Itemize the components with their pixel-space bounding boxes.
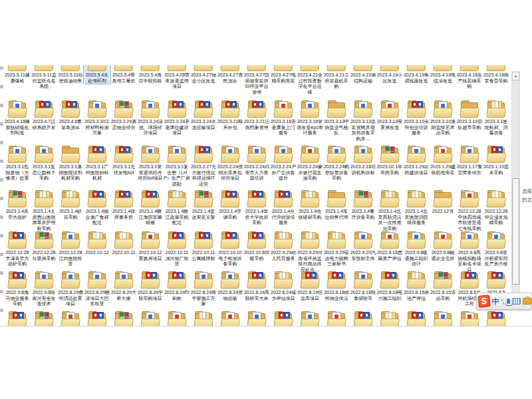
folder-item[interactable]: 2023.3.1广州医院妇科耗材 — [83, 144, 111, 182]
folder-item[interactable]: 2023.1.4分行营销宣传服务 — [269, 188, 297, 227]
microphone-icon[interactable] — [507, 299, 510, 304]
ime-language-bar[interactable]: S 中 ’, — [476, 293, 532, 310]
folder-item[interactable]: 2023.3.13温装管网及增加热设备采购及… — [349, 98, 377, 142]
folder-item[interactable]: 2023.3.21顺丰外包 — [216, 98, 244, 131]
scrollbar-thumb[interactable] — [512, 178, 519, 285]
folder-item[interactable]: 2023.3.30工程材料检测方案 — [83, 98, 111, 137]
folder-item[interactable]: 2022.12.28垃圾房采购 — [30, 229, 58, 262]
folder-item[interactable]: 2022.9.8陈家河安全改造技术 — [30, 269, 58, 308]
folder-item[interactable]: 2023.3.1复合肥（LHP）生产厂房踏勘 — [163, 144, 191, 188]
scrollbar-up-button[interactable]: ▲ — [512, 72, 519, 80]
folder-item[interactable]: 2023.1.4雷达安装支架 — [190, 188, 217, 221]
folder-item[interactable]: 2022.9.8黄河桥梁车间生产房大楼 — [482, 229, 510, 268]
folder-item[interactable]: 2022.10.12置换房项目 — [136, 229, 164, 262]
folder-item[interactable]: 2022.8.18徐州物业保洁 — [323, 269, 350, 302]
folder-item[interactable]: 2023.3.21法院档案管理 — [243, 98, 271, 131]
folder-item[interactable]: 2023.1.4真空共晶炉 — [3, 188, 31, 221]
folder-item[interactable]: 2023.3.10部队超市采购 — [456, 98, 483, 131]
keyboard-icon[interactable] — [512, 298, 521, 305]
folder-item[interactable]: 2023.3.24水泥运输项目 — [190, 98, 217, 131]
folder-item[interactable]: 2023.3.10洛阳监狱艺术品采购 — [429, 98, 457, 137]
folder-item[interactable]: 2022.8.19恒温库项目 — [296, 269, 324, 302]
vertical-scrollbar[interactable]: ▲ ▼ — [511, 71, 520, 303]
folder-item[interactable]: 2023.3.10永州创业培训服务 — [402, 98, 430, 137]
folder-item[interactable]: 2022.10.8供暖采购 — [243, 229, 271, 262]
folder-item[interactable]: 2023.4.7过磅系统开发 — [30, 98, 58, 131]
folder-item[interactable]: 2022.8.18校食材联采 — [349, 269, 377, 302]
toolbox-icon[interactable] — [523, 298, 531, 305]
folder-item[interactable]: 2023.3.13安置房改造 — [376, 98, 404, 131]
folder-item[interactable]: 2022.9.29富达电力国网三家标书 — [323, 229, 350, 268]
chinese-mode-icon[interactable]: 中 — [492, 297, 499, 307]
folder-item[interactable]: 2022.10.10电子检测设备采购 — [216, 229, 244, 268]
folder-item[interactable]: 2022.10.11漯河烟厂租赁 — [163, 229, 191, 268]
folder-item[interactable]: 2022.9.16西藏资产评估 — [376, 229, 404, 262]
folder-item[interactable]: 2023.02.1牛羊肉采购 — [376, 144, 404, 176]
folder-item[interactable]: 2022.9.8暖通施工组织设计 — [402, 229, 430, 268]
folder-item[interactable]: 2023.1.4北京高校清洁及一次性用品采购 — [376, 188, 404, 232]
folder-item[interactable]: 2022.8.15冻品采购 — [429, 269, 457, 302]
folder-item[interactable]: 2023.1.4车位销售代理 — [323, 188, 350, 221]
folder-item[interactable]: 2022.8.26学校采购项目 — [136, 269, 164, 302]
folder-item[interactable]: 2022.9.8海马物业服务采购 — [3, 269, 31, 308]
folder-item[interactable]: 2023.1.29建筑机电安装 — [429, 144, 457, 176]
folder-item[interactable]: 2023.2.18培训机构设标 — [349, 144, 377, 176]
folder-item[interactable]: 2023.2.24武安市人力资源培训 — [243, 144, 271, 182]
folder-item[interactable]: 2023.1.4丽江蔬菜采购配送 — [163, 188, 191, 227]
folder-item[interactable]: 2022.12.28江坊医院租赁 — [57, 229, 84, 268]
folder-item[interactable]: 2023.1.4律师事务所 — [110, 188, 138, 221]
folder-item[interactable]: 2022.9.29河南省许昌监狱日用品供应站点… — [296, 229, 324, 273]
folder-item[interactable]: 2023.1.4地铁辅材采购 — [296, 188, 324, 221]
folder-item[interactable]: 2022.8.24货物运输 — [216, 269, 244, 302]
folder-item[interactable]: 2023.2.24蒙水银行花生油采购 — [296, 144, 324, 182]
folder-item[interactable]: 2023.4.6秦皇岛演出 — [57, 98, 84, 131]
folder-item[interactable]: 2023.1.29农田建设项目 — [402, 144, 430, 176]
folder-item[interactable]: 2023.1.4太原西山医院床单及护理鞋采购 — [30, 188, 58, 232]
folder-item[interactable]: 2023.2.24信阳水库承包经营项目 — [216, 144, 244, 182]
folder-item[interactable]: 2023.1.4烟台酒厂食材配送 — [83, 188, 111, 227]
folder-item[interactable]: 2023.1.4空调采购 — [216, 188, 244, 221]
folder-item[interactable]: 2023.1.4华侨大学政府采购 — [243, 188, 271, 227]
folder-item[interactable]: 2022.8.18电力施工组织 — [376, 269, 404, 302]
folder-item[interactable]: 2023.3.13中铁盐业气枪队 — [323, 98, 350, 137]
folder-item[interactable]: 2022.12.28抑尘浸发泡精采购 — [482, 188, 510, 227]
folder-item[interactable]: 2022.8.15房地产评估 — [402, 269, 430, 302]
folder-item[interactable]: 2022.8.29儋州清运处置项目 — [57, 269, 84, 308]
folder-item[interactable]: 2023.1.4餐厅设备采购 — [349, 188, 377, 221]
folder-item[interactable]: 2023.3.16管道改造epc审计服务 — [296, 98, 324, 137]
folder-item[interactable]: 2022.8.29丽泽项目大巴车租赁 — [83, 269, 111, 308]
folder-item[interactable]: 2022.9.29幼儿托育服务 — [269, 229, 297, 262]
folder-item[interactable]: 2022.10-11 — [110, 229, 138, 257]
folder-item[interactable]: 2022.8.24高校联采大米 — [243, 269, 271, 302]
folder-item[interactable]: 2022.10.11公寓楼牌标 — [190, 229, 217, 262]
sogou-logo-icon[interactable]: S — [477, 295, 490, 308]
folder-item[interactable]: 2023.3.24泳池、球场经营项目 — [136, 98, 164, 137]
folder-item[interactable]: 2023.1.4北京医院消防维保服务 — [402, 188, 430, 227]
folder-item[interactable]: 2022.12.28天津真空共晶炉采购 — [3, 229, 31, 268]
folder-item[interactable]: 2023.2.27光大银行信息科技运维IT运营 — [190, 144, 217, 188]
folder-item[interactable]: 2023.3.1危险废物（大修渣）处置 — [3, 144, 31, 182]
folder-item[interactable]: 2023.1.10苗木采购 — [482, 144, 510, 176]
folder-item[interactable]: 2022.10-12 — [83, 229, 111, 257]
folder-item[interactable]: 2023.2.24鹤壁除雪设备采购 — [323, 144, 350, 182]
folder-item[interactable]: 2023.3.16养老康复上门服务 — [269, 98, 297, 137]
folder-item[interactable]: 2022.8.29大桥大修 — [110, 269, 138, 302]
folder-item[interactable]: 2023.2.24户外广告设备提升 — [269, 144, 297, 182]
folder-item[interactable]: 2023.3.1医院耗材、消毒设备 — [482, 98, 510, 137]
folder-item[interactable]: 2023.4.18橡胶脱硝催化剂制造 — [3, 98, 31, 137]
folder-item[interactable]: 2022.8.24城乡评估项目 — [269, 269, 297, 302]
folder-item[interactable]: 2023.3.1管道通讯特许经营bot项目 — [136, 144, 164, 182]
folder-item[interactable]: 2023.3.1洛阳医院试剂耗材采购 — [57, 144, 84, 182]
folder-item[interactable]: 2022.9.8融通农业竞价 — [429, 229, 457, 262]
folder-item[interactable]: 2023.1.4丽江海防车辆维修 — [136, 188, 164, 227]
folder-item[interactable]: 2022.8.24脚手架施工方案 — [190, 269, 217, 308]
folder-item[interactable]: 2023.3.1生态公园椅子采购 — [30, 144, 58, 182]
folder-item[interactable]: 2023.1.4砂石采购 — [57, 188, 84, 221]
folder-item[interactable]: 2022.9.8高铁模拟舱场景刷名卡项目 — [456, 229, 483, 273]
folder-item[interactable]: 2022.12.28中铁四局城市轨道交通七号线采购 — [456, 188, 483, 232]
punctuation-icon[interactable]: ’, — [501, 298, 505, 305]
folder-item[interactable]: 2023.3.1光伏发电bot — [110, 144, 138, 176]
folder-item[interactable]: 2023.3.29酒店物业经营 — [110, 98, 138, 131]
folder-item[interactable]: 2022.8.24印刷标 — [163, 269, 191, 302]
folder-item[interactable]: 2023.3.24养老床位建设项目 — [163, 98, 191, 137]
